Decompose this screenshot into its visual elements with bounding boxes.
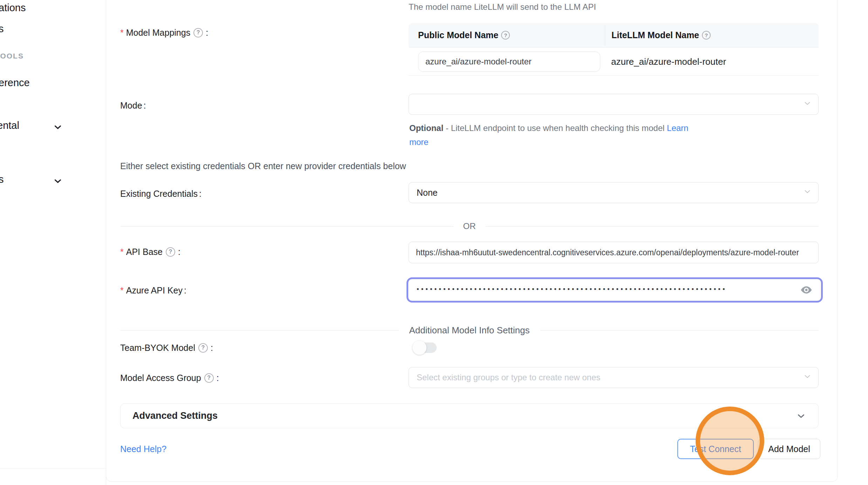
advanced-settings-panel[interactable]: Advanced Settings xyxy=(120,403,819,428)
chevron-down-icon[interactable] xyxy=(53,122,63,134)
column-divider xyxy=(605,25,605,46)
mode-help-text: Optional - LiteLLM endpoint to use when … xyxy=(409,121,819,149)
model-access-group-placeholder: Select existing groups or type to create… xyxy=(417,373,600,382)
required-asterisk: * xyxy=(120,285,124,296)
litellm-model-name-value: azure_ai/azure-model-router xyxy=(611,48,726,76)
sidebar-section-tools: TOOLS xyxy=(0,52,24,60)
azure-api-key-input[interactable]: ••••••••••••••••••••••••••••••••••••••••… xyxy=(406,277,823,303)
advanced-settings-title: Advanced Settings xyxy=(132,410,796,421)
existing-credentials-select[interactable]: None xyxy=(409,182,819,203)
test-connect-button[interactable]: Test Connect xyxy=(677,439,754,459)
model-mappings-table-header: Public Model Name ? LiteLLM Model Name ? xyxy=(409,23,819,48)
sidebar-divider xyxy=(0,468,106,469)
help-question-icon[interactable]: ? xyxy=(702,31,711,40)
sidebar: ations s TOOLS erence ental s xyxy=(0,0,106,485)
sidebar-item-fragment-4[interactable]: ental xyxy=(0,120,19,131)
help-question-icon[interactable]: ? xyxy=(193,28,203,37)
help-question-icon[interactable]: ? xyxy=(204,373,214,383)
required-asterisk: * xyxy=(120,28,124,38)
chevron-down-icon xyxy=(803,187,812,198)
litellm-model-name-help-text: The model name LiteLLM will send to the … xyxy=(409,2,596,12)
api-base-label: * API Base ? : xyxy=(120,245,180,258)
model-mappings-table-row: azure_ai/azure-model-router azure_ai/azu… xyxy=(409,48,819,76)
chevron-down-icon xyxy=(796,411,806,421)
team-byok-label: Team-BYOK Model ? : xyxy=(120,341,213,354)
credentials-note: Either select existing credentials OR en… xyxy=(120,161,406,171)
need-help-link[interactable]: Need Help? xyxy=(120,444,166,454)
column-header-litellm-model-name: LiteLLM Model Name ? xyxy=(611,30,712,40)
sidebar-item-fragment-1[interactable]: ations xyxy=(0,2,26,14)
api-base-input[interactable]: https://ishaa-mh6uutut-swedencentral.cog… xyxy=(409,242,819,263)
public-model-name-input[interactable]: azure_ai/azure-model-router xyxy=(418,51,600,72)
additional-settings-divider: Additional Model Info Settings xyxy=(120,325,819,336)
help-question-icon[interactable]: ? xyxy=(166,247,175,257)
eye-icon[interactable] xyxy=(800,284,813,296)
team-byok-toggle[interactable] xyxy=(414,342,437,353)
help-question-icon[interactable]: ? xyxy=(198,343,208,353)
required-asterisk: * xyxy=(120,247,124,257)
existing-credentials-label: Existing Credentials : xyxy=(120,187,201,200)
existing-credentials-value: None xyxy=(417,188,438,198)
model-access-group-select[interactable]: Select existing groups or type to create… xyxy=(409,367,819,388)
learn-more-link[interactable]: Learn xyxy=(667,123,688,133)
model-mappings-label: * Model Mappings ? : xyxy=(120,26,208,39)
model-access-group-label: Model Access Group ? : xyxy=(120,371,219,384)
toggle-knob xyxy=(412,341,426,355)
sidebar-item-fragment-2[interactable]: s xyxy=(0,23,4,35)
model-mappings-table: Public Model Name ? LiteLLM Model Name ?… xyxy=(409,23,819,76)
column-header-public-model-name: Public Model Name ? xyxy=(418,30,593,40)
mode-select[interactable] xyxy=(409,94,819,115)
chevron-down-icon xyxy=(803,372,812,383)
chevron-down-icon[interactable] xyxy=(53,176,63,188)
sidebar-item-fragment-3[interactable]: erence xyxy=(0,77,30,89)
add-model-button[interactable]: Add Model xyxy=(758,439,820,459)
azure-api-key-label: * Azure API Key : xyxy=(120,284,186,297)
sidebar-item-fragment-5[interactable]: s xyxy=(0,174,4,185)
or-divider: OR xyxy=(120,221,819,231)
chevron-down-icon xyxy=(803,99,812,110)
mode-label: Mode : xyxy=(120,99,146,112)
masked-password-value: ••••••••••••••••••••••••••••••••••••••••… xyxy=(417,285,797,293)
help-question-icon[interactable]: ? xyxy=(501,31,510,40)
learn-more-link[interactable]: more xyxy=(409,137,429,147)
